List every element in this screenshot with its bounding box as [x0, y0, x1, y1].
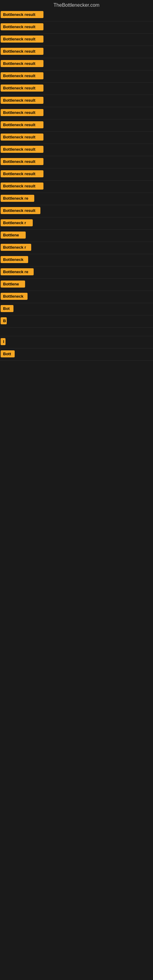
list-item: Bottleneck result	[0, 181, 153, 193]
bottleneck-result-badge[interactable]: Bottleneck result	[1, 84, 43, 92]
bottleneck-result-badge[interactable]: Bottleneck r	[1, 219, 33, 226]
list-item: Bottleneck result	[0, 205, 153, 218]
list-item: Bottleneck result	[0, 169, 153, 181]
bottleneck-result-badge[interactable]: Bottleneck result	[1, 170, 43, 177]
list-item: Bottleneck result	[0, 58, 153, 70]
list-item: Bottleneck result	[0, 156, 153, 169]
list-item: Bottleneck r	[0, 218, 153, 230]
list-item: Bottleneck result	[0, 107, 153, 119]
bottleneck-result-badge[interactable]: Bottlene	[1, 232, 26, 239]
bottleneck-result-badge[interactable]: Bottleneck result	[1, 158, 43, 165]
list-item: Bottleneck result	[0, 83, 153, 95]
bottleneck-result-badge[interactable]: Bottleneck r	[1, 244, 31, 251]
list-item: Bottleneck r	[0, 242, 153, 254]
list-item: Bottleneck	[0, 254, 153, 266]
list-item: Bottlene	[0, 279, 153, 291]
list-item	[0, 328, 153, 336]
list-item: Bottleneck result	[0, 119, 153, 132]
bottleneck-result-badge[interactable]: Bott	[1, 350, 15, 357]
list-item: Bottleneck result	[0, 95, 153, 107]
list-item: Bottleneck result	[0, 21, 153, 34]
bottleneck-result-badge[interactable]: Bottleneck result	[1, 109, 43, 116]
list-item: Bottlene	[0, 230, 153, 242]
list-item: Bottleneck re	[0, 266, 153, 279]
bottleneck-result-badge[interactable]: Bottleneck result	[1, 121, 43, 128]
list-item: Bottleneck result	[0, 132, 153, 144]
list-item: Bottleneck result	[0, 46, 153, 58]
bottleneck-result-badge[interactable]: Bottleneck result	[1, 23, 43, 30]
list-item: Bott	[0, 348, 153, 361]
bottleneck-result-badge[interactable]: Bottleneck re	[1, 268, 33, 275]
list-item: Bottleneck result	[0, 34, 153, 46]
bottleneck-result-badge[interactable]: Bottleneck result	[1, 134, 43, 140]
list-item: Bottleneck result	[0, 144, 153, 156]
bottleneck-result-badge[interactable]: Bot	[1, 305, 13, 312]
list-item: B	[0, 315, 153, 328]
list-item: I	[0, 336, 153, 348]
list-item: Bottleneck re	[0, 193, 153, 205]
bottleneck-result-badge[interactable]: Bottleneck re	[1, 195, 34, 202]
site-title-container: TheBottlenecker.com	[0, 0, 153, 9]
bottleneck-result-badge[interactable]: Bottleneck result	[1, 35, 43, 43]
bottleneck-result-badge[interactable]: Bottleneck	[1, 293, 27, 300]
bottleneck-result-badge[interactable]: Bottleneck	[1, 256, 28, 263]
bottleneck-result-badge[interactable]: Bottleneck result	[1, 48, 43, 55]
bottleneck-result-badge[interactable]: Bottleneck result	[1, 11, 43, 18]
results-list: Bottleneck resultBottleneck resultBottle…	[0, 9, 153, 361]
list-item: Bottleneck	[0, 291, 153, 303]
bottleneck-result-badge[interactable]: Bottleneck result	[1, 207, 40, 214]
bottleneck-result-badge[interactable]: Bottlene	[1, 280, 25, 288]
bottleneck-result-badge[interactable]: Bottleneck result	[1, 72, 43, 79]
bottleneck-result-badge[interactable]: B	[1, 317, 7, 324]
bottleneck-result-badge[interactable]: Bottleneck result	[1, 60, 43, 67]
list-item: Bottleneck result	[0, 70, 153, 83]
site-title: TheBottlenecker.com	[0, 0, 153, 9]
bottleneck-result-badge[interactable]: I	[1, 338, 5, 345]
bottleneck-result-badge[interactable]: Bottleneck result	[1, 146, 43, 153]
bottleneck-result-badge[interactable]: Bottleneck result	[1, 183, 43, 189]
bottleneck-result-badge[interactable]: Bottleneck result	[1, 97, 43, 104]
list-item: Bot	[0, 303, 153, 315]
list-item: Bottleneck result	[0, 9, 153, 21]
